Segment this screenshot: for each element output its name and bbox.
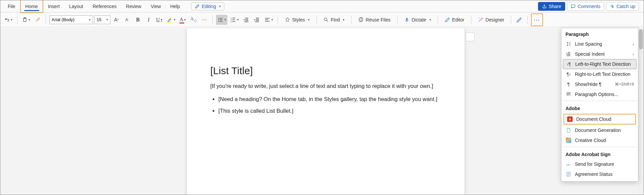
document-title[interactable]: [List Title] [210, 65, 441, 77]
clear-formatting-button[interactable]: A◇ [189, 15, 198, 25]
menu-section-adobe: Adobe [561, 102, 638, 113]
dictate-label: Dictate [412, 17, 426, 22]
font-family-select[interactable]: Arial (Body)▾ [49, 15, 93, 24]
menu-rtl-direction[interactable]: ¶‹ Right-to-Left Text Direction [561, 69, 638, 79]
svg-rect-17 [245, 20, 248, 21]
document-cloud-highlight: A Document Cloud [564, 114, 636, 125]
list-item[interactable]: [Need a heading? On the Home tab, in the… [218, 95, 441, 103]
menu-item-label: Paragraph Options... [575, 92, 618, 97]
tab-file[interactable]: File [3, 0, 20, 12]
chevron-down-icon: ▾ [89, 18, 91, 21]
ink-button[interactable] [515, 15, 524, 25]
dictate-button[interactable]: Dictate▾ [401, 15, 434, 25]
menu-separator [561, 147, 638, 147]
menu-item-label: Line Spacing [575, 41, 602, 47]
tab-references[interactable]: References [88, 0, 121, 12]
tab-review[interactable]: Review [121, 0, 146, 12]
align-button[interactable]: ▾ [263, 15, 274, 25]
separator [46, 15, 46, 24]
menu-ltr-direction[interactable]: ›¶ Left-to-Right Text Direction [563, 59, 637, 69]
menu-paragraph-options[interactable]: Paragraph Options... [561, 89, 638, 99]
menu-agreement-status[interactable]: Agreement Status [561, 169, 638, 179]
svg-rect-35 [567, 54, 571, 55]
tab-home[interactable]: Home [21, 0, 43, 12]
svg-rect-2 [167, 22, 172, 22]
svg-rect-16 [245, 19, 248, 19]
menu-document-cloud[interactable]: A Document Cloud [564, 114, 635, 124]
menu-line-spacing[interactable]: Line Spacing › [561, 39, 638, 49]
menu-special-indent[interactable]: Special Indent › [561, 49, 638, 59]
find-button[interactable]: Find▾ [320, 15, 348, 25]
italic-button[interactable]: I [144, 15, 153, 25]
svg-rect-15 [245, 18, 248, 18]
format-painter-button[interactable] [33, 15, 42, 25]
list-item[interactable]: [This style is called List Bullet.] [218, 107, 441, 115]
document-intro[interactable]: [If you're ready to write, just select a… [210, 82, 441, 90]
creative-cloud-icon [566, 137, 572, 143]
catchup-label: Catch up [616, 4, 635, 9]
underline-button[interactable]: U▾ [155, 15, 164, 25]
svg-rect-8 [220, 21, 222, 21]
more-options-button[interactable]: ⋯ [532, 15, 542, 25]
highlight-button[interactable]: ▾ [165, 15, 177, 25]
chevron-down-icon: ▾ [219, 4, 221, 8]
menu-creative-cloud[interactable]: Creative Cloud [561, 135, 638, 145]
svg-rect-38 [567, 94, 571, 94]
paintbrush-icon [35, 17, 40, 22]
indent-icon [254, 17, 260, 23]
chevron-down-icon: ▾ [429, 18, 431, 21]
decrease-indent-button[interactable] [241, 15, 251, 25]
editing-mode-button[interactable]: Editing ▾ [191, 2, 224, 10]
menu-section-acrobat-sign: Adobe Acrobat Sign [561, 148, 638, 159]
bullets-button[interactable]: ▾ [216, 15, 227, 25]
separator [397, 15, 397, 24]
svg-point-3 [218, 18, 219, 18]
editor-button[interactable]: Editor [441, 15, 468, 25]
more-font-button[interactable]: ⋯ [200, 15, 209, 25]
share-label: Share [549, 4, 561, 9]
reuse-files-button[interactable]: Reuse Files [355, 15, 394, 25]
catchup-button[interactable]: Catch up [606, 2, 639, 11]
increase-indent-button[interactable] [252, 15, 262, 25]
svg-rect-18 [244, 21, 248, 22]
scrollbar-thumb[interactable] [639, 29, 643, 49]
grow-font-button[interactable]: A^ [112, 15, 121, 25]
menu-send-signature[interactable]: Send for Signature [561, 159, 638, 169]
document-page[interactable]: [List Title] [If you're ready to write, … [186, 28, 465, 195]
undo-button[interactable]: ▾ [3, 15, 14, 25]
adobe-icon: A [567, 116, 573, 122]
tab-help[interactable]: Help [166, 0, 185, 12]
font-size-select[interactable]: 15▾ [94, 15, 110, 24]
chevron-down-icon: ▾ [161, 18, 162, 21]
svg-rect-25 [265, 21, 270, 21]
bold-button[interactable]: B [133, 15, 143, 25]
tab-view[interactable]: View [146, 0, 165, 12]
designer-button[interactable]: Designer [475, 15, 507, 25]
menu-show-hide[interactable]: ¶ Show/Hide ¶ ⌘+Shift+8 [561, 79, 638, 89]
font-color-button[interactable]: A▾ [178, 15, 187, 25]
styles-button[interactable]: Styles▾ [281, 15, 313, 25]
styles-label: Styles [292, 17, 305, 22]
tab-insert[interactable]: Insert [43, 0, 64, 12]
numbering-button[interactable]: 123▾ [229, 15, 240, 25]
paste-button[interactable]: ▾ [21, 15, 32, 25]
shrink-font-button[interactable]: Aˇ [122, 15, 132, 25]
comments-button[interactable]: Comments [567, 2, 604, 11]
separator [17, 15, 17, 24]
home-tab-highlight: Home [20, 0, 43, 13]
paragraph-options-icon [566, 91, 572, 97]
svg-rect-37 [567, 93, 571, 93]
menu-tabs-row: File Home Insert Layout References Revie… [0, 0, 644, 12]
align-icon [264, 17, 270, 23]
svg-rect-12 [232, 19, 235, 20]
pilcrow-icon: ¶ [566, 81, 572, 87]
page-edge-tab [466, 33, 475, 41]
vertical-scrollbar[interactable] [638, 28, 644, 195]
menu-document-generation[interactable]: Document Generation [561, 125, 638, 135]
pencil-icon [195, 4, 200, 9]
chevron-right-icon: › [633, 52, 634, 57]
tab-layout[interactable]: Layout [64, 0, 88, 12]
menu-item-label: Right-to-Left Text Direction [575, 71, 630, 77]
svg-rect-24 [265, 19, 268, 20]
share-button[interactable]: Share [538, 2, 565, 11]
